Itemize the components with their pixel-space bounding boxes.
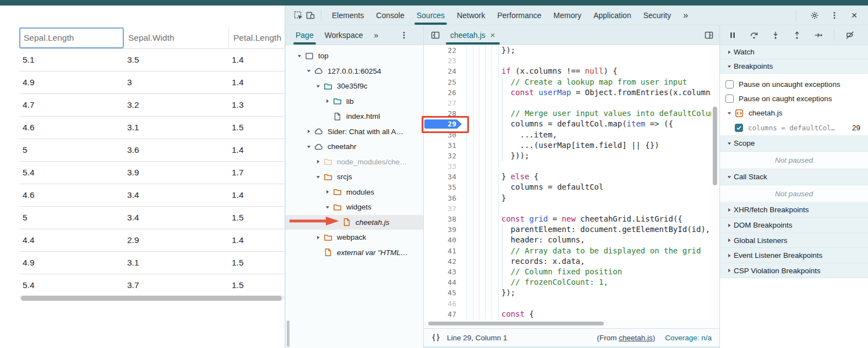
code-line[interactable]: 32 })); [424,151,711,161]
tree-item-webpack[interactable]: webpack [286,230,423,245]
deactivate-breakpoints-button[interactable] [844,28,856,42]
tab-memory[interactable]: Memory [548,5,588,25]
line-number[interactable]: 23 [424,56,465,66]
line-number[interactable]: 31 [424,140,465,151]
chevron-right-icon[interactable] [323,98,332,104]
nav-tab-page[interactable]: Page [290,25,319,45]
tab-performance[interactable]: Performance [491,5,547,25]
table-cell[interactable]: 1.4 [228,71,285,93]
code-line[interactable]: 44 // frozenColCount: 1, [424,277,711,288]
chevron-right-icon[interactable] [323,189,332,195]
table-cell[interactable]: 5 [19,207,124,229]
section-call-stack[interactable]: Call Stack [720,169,868,185]
line-number[interactable]: 37 [424,203,465,214]
tree-item-srcjs[interactable]: srcjs [286,169,423,185]
coverage-link[interactable]: Coverage: n/a [665,334,712,342]
table-cell[interactable]: 5 [19,139,124,161]
line-number[interactable]: 27 [424,98,465,108]
code-line[interactable]: 46 [424,299,711,309]
table-cell[interactable]: 4.9 [19,252,124,274]
checkbox[interactable] [725,95,734,103]
navigator-menu-button[interactable] [398,28,410,42]
table-header-cell[interactable]: Sepal.Length [19,27,124,48]
table-cell[interactable]: 5.1 [19,49,124,71]
line-number[interactable]: 36 [424,193,465,203]
table-cell[interactable]: 3 [124,71,228,93]
pretty-print-button[interactable] [432,333,440,342]
code-line[interactable]: 24if (x.columns !== null) { [424,66,711,76]
tab-network[interactable]: Network [451,5,491,25]
tree-item-lib[interactable]: lib [286,94,423,109]
show-debugger-sidebar-button[interactable] [703,28,715,42]
more-nav-tabs-button[interactable]: » [368,25,384,45]
table-cell[interactable]: 3.4 [124,207,228,229]
checkbox[interactable] [735,124,743,132]
device-toolbar-button[interactable] [304,8,316,23]
step-over-button[interactable] [748,28,760,42]
tab-console[interactable]: Console [370,5,410,25]
tab-elements[interactable]: Elements [326,5,370,25]
checkbox[interactable] [725,80,734,89]
section-event-listener-breakpoints[interactable]: Event Listener Breakpoints [720,248,868,263]
step-into-button[interactable] [769,28,782,42]
table-cell[interactable]: 4.6 [19,184,124,206]
inspect-element-button[interactable] [292,8,304,23]
section-xhr-fetch-breakpoints[interactable]: XHR/fetch Breakpoints [720,202,868,218]
chevron-right-icon[interactable] [304,129,313,134]
scrollbar-thumb[interactable] [713,107,717,185]
scrollbar-thumb[interactable] [21,296,282,301]
table-cell[interactable]: 3.1 [124,117,228,139]
scrollbar-thumb[interactable] [428,322,604,325]
breakpoint-file-group[interactable]: cheetah.js [720,106,868,120]
hide-navigator-button[interactable] [429,28,441,42]
code-line[interactable]: 25 // Create a lookup map from user inpu… [424,77,711,87]
line-number[interactable]: 26 [424,87,465,98]
code-line[interactable]: 33 [424,161,711,172]
tree-item-modules[interactable]: modules [286,185,423,200]
chevron-down-icon[interactable] [304,144,313,150]
table-cell[interactable]: 3.5 [124,49,228,71]
table-cell[interactable]: 3.7 [124,274,228,296]
code-line[interactable]: 41 // Array data to be displayed on the … [424,246,711,256]
tree-item-30e35f9c[interactable]: 30e35f9c [286,79,423,94]
table-cell[interactable]: 2.9 [124,229,228,251]
line-number[interactable]: 42 [424,256,465,267]
table-cell[interactable]: 3.4 [124,184,228,206]
section-csp-violation-breakpoints[interactable]: CSP Violation Breakpoints [720,263,868,278]
table-header-cell[interactable]: Sepal.Width [124,27,228,48]
table-cell[interactable]: 4.4 [19,229,124,251]
tree-item-node-modules-che[interactable]: node_modules/che… [286,154,423,170]
tree-item-top[interactable]: top [286,48,423,64]
table-cell[interactable]: 1.5 [228,207,285,229]
line-number[interactable]: 33 [424,161,465,172]
step-button[interactable] [812,28,825,42]
breakpoint-entry[interactable]: columns = defaultCol…29 [720,120,868,135]
tab-application[interactable]: Application [587,5,637,25]
table-cell[interactable]: 3.1 [124,252,228,274]
code-line[interactable]: 39 parentElement: document.getElementByI… [424,224,711,235]
table-cell[interactable]: 4.6 [19,117,124,139]
table-cell[interactable]: 1.4 [228,49,285,71]
table-cell[interactable]: 3.9 [124,162,228,184]
code-line[interactable]: 34} else { [424,172,711,182]
close-devtools-button[interactable]: × [848,8,860,23]
chevron-down-icon[interactable] [313,84,323,89]
code-line[interactable]: 40 header: columns, [424,235,711,245]
line-number[interactable]: 35 [424,182,465,192]
table-cell[interactable]: 1.5 [228,252,285,274]
tree-item-index-html[interactable]: index.html [286,109,423,124]
table-cell[interactable]: 1.4 [228,184,285,206]
line-number[interactable]: 24 [424,66,465,76]
tree-item-127-0-0-1-60254[interactable]: 127.0.0.1:60254 [286,64,423,79]
line-number[interactable]: 25 [424,77,465,87]
step-out-button[interactable] [791,28,803,42]
table-cell[interactable]: 1.4 [228,229,285,251]
source-file-link[interactable]: cheetah.js [619,334,653,342]
code-line[interactable]: 23 [424,56,711,66]
line-number[interactable]: 38 [424,214,465,224]
section-watch[interactable]: Watch [720,45,868,59]
table-cell[interactable]: 4.9 [19,71,124,93]
line-number[interactable]: 41 [424,246,465,256]
page-horizontal-scrollbar[interactable] [19,295,285,301]
chevron-down-icon[interactable] [294,53,304,59]
